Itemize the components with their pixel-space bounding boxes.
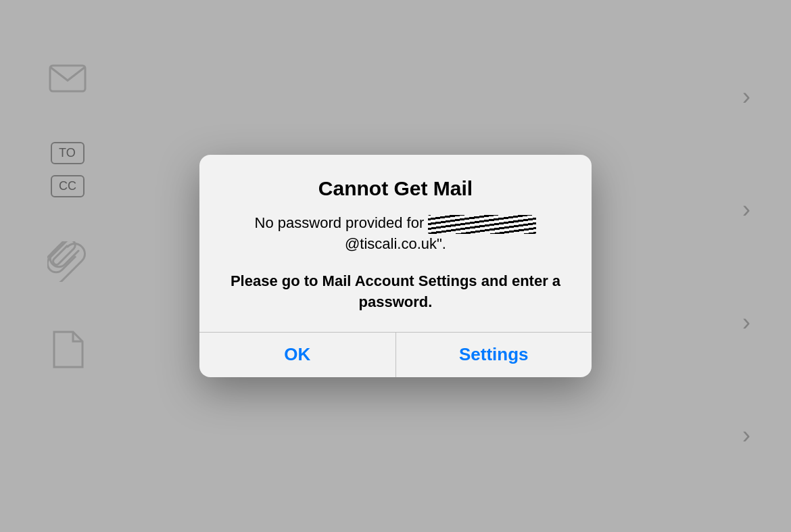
alert-message-prefix: No password provided for bbox=[255, 214, 429, 231]
modal-overlay: Cannot Get Mail No password provided for… bbox=[0, 0, 791, 532]
alert-title: Cannot Get Mail bbox=[224, 176, 567, 201]
settings-button[interactable]: Settings bbox=[396, 333, 592, 377]
alert-dialog: Cannot Get Mail No password provided for… bbox=[199, 155, 592, 377]
alert-buttons: OK Settings bbox=[199, 333, 592, 377]
alert-sub-message: Please go to Mail Account Settings and e… bbox=[224, 271, 567, 313]
ok-button[interactable]: OK bbox=[199, 333, 396, 377]
alert-message: No password provided for @tiscali.co.uk"… bbox=[224, 213, 567, 255]
alert-message-suffix: @tiscali.co.uk". bbox=[345, 235, 446, 252]
alert-content: Cannot Get Mail No password provided for… bbox=[199, 155, 592, 331]
redacted-email bbox=[428, 215, 536, 234]
